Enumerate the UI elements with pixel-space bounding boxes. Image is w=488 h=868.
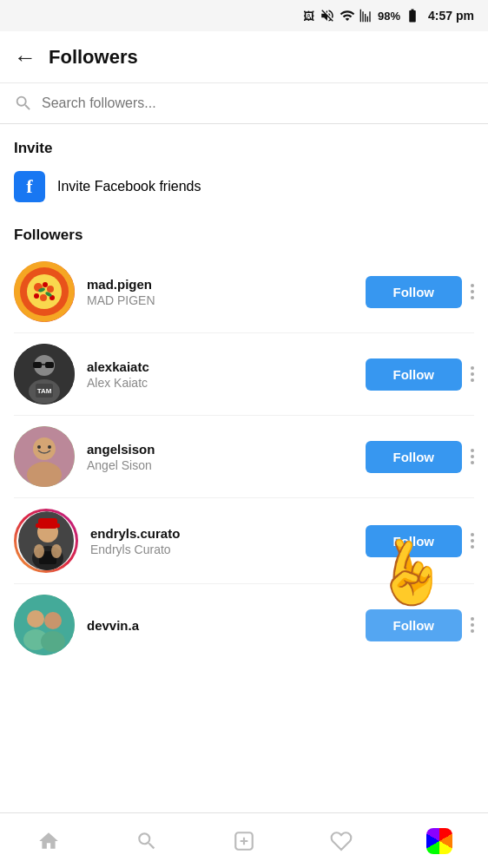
- follower-item: devvin.a Follow: [14, 584, 474, 666]
- page-title: Followers: [49, 46, 138, 69]
- svg-point-30: [34, 544, 44, 558]
- nav-add[interactable]: [218, 820, 270, 862]
- followers-section: Followers mad.pigen MAD PIGEN Follo: [0, 211, 488, 673]
- svg-point-2: [27, 274, 62, 309]
- follower-item: mad.pigen MAD PIGEN Follow: [14, 251, 474, 333]
- invite-facebook-button[interactable]: f Invite Facebook friends: [14, 171, 474, 202]
- follow-button[interactable]: Follow: [366, 358, 463, 391]
- svg-point-8: [43, 282, 48, 287]
- search-container: [0, 83, 488, 124]
- search-input[interactable]: [42, 95, 474, 111]
- add-icon: [233, 830, 255, 852]
- follow-button[interactable]: Follow: [366, 276, 463, 308]
- more-options-button[interactable]: [471, 617, 474, 633]
- username: mad.pigen: [87, 277, 366, 292]
- svg-point-20: [33, 437, 56, 460]
- svg-point-6: [34, 293, 39, 299]
- display-name: MAD PIGEN: [87, 293, 366, 307]
- invite-section: Invite f Invite Facebook friends: [0, 124, 488, 211]
- facebook-icon: f: [14, 171, 45, 202]
- nav-search[interactable]: [121, 820, 173, 862]
- nav-heart[interactable]: [315, 820, 367, 862]
- follow-button[interactable]: Follow: [366, 441, 463, 473]
- more-options-button[interactable]: [471, 366, 474, 382]
- username: angelsison: [87, 442, 366, 457]
- svg-point-34: [44, 612, 62, 629]
- svg-point-22: [37, 445, 41, 449]
- user-info: devvin.a: [87, 618, 366, 633]
- username: endryls.curato: [90, 526, 366, 541]
- avatar-story-ring: [14, 509, 78, 573]
- nav-home[interactable]: [23, 820, 75, 862]
- invite-facebook-text: Invite Facebook friends: [57, 179, 201, 194]
- home-icon: [37, 830, 60, 852]
- user-info: angelsison Angel Sison: [87, 442, 366, 472]
- display-name: Angel Sison: [87, 458, 366, 472]
- avatar: [14, 595, 75, 655]
- svg-point-33: [27, 610, 44, 628]
- svg-point-36: [41, 631, 65, 652]
- battery-icon: [405, 8, 420, 23]
- display-name: Alex Kaiatc: [87, 376, 366, 390]
- wifi-icon: [340, 8, 355, 23]
- follow-button[interactable]: Follow: [366, 609, 463, 641]
- more-options-button[interactable]: [471, 284, 474, 299]
- nav-profile[interactable]: [413, 820, 465, 862]
- avatar: TAM: [14, 344, 75, 404]
- svg-rect-15: [45, 362, 54, 368]
- user-info: mad.pigen MAD PIGEN: [87, 277, 366, 307]
- battery-text: 98%: [378, 10, 400, 23]
- username: alexkaiatc: [87, 359, 366, 374]
- avatar: [14, 426, 75, 487]
- signal-icon: [359, 8, 373, 23]
- svg-text:TAM: TAM: [37, 387, 52, 395]
- more-options-button[interactable]: [471, 449, 474, 464]
- search-nav-icon: [135, 830, 158, 852]
- back-button[interactable]: ←: [14, 46, 36, 69]
- user-info: alexkaiatc Alex Kaiatc: [87, 359, 366, 390]
- follower-item: TAM alexkaiatc Alex Kaiatc Follow: [14, 333, 474, 416]
- time-display: 4:57 pm: [428, 9, 474, 23]
- svg-point-23: [48, 445, 51, 449]
- bottom-nav: [0, 812, 488, 868]
- avatar: [14, 261, 75, 322]
- username: devvin.a: [87, 618, 366, 633]
- header: ← Followers: [0, 31, 488, 83]
- follow-button[interactable]: Follow: [366, 525, 463, 557]
- svg-point-21: [27, 462, 62, 487]
- svg-rect-28: [38, 518, 57, 529]
- heart-icon: [330, 830, 353, 852]
- avatar: [18, 511, 74, 570]
- svg-point-31: [51, 544, 62, 558]
- status-bar: 🖼 98% 4:57 pm: [0, 0, 488, 31]
- user-info: endryls.curato Endryls Curato: [90, 526, 366, 556]
- mute-icon: [320, 8, 335, 23]
- invite-label: Invite: [14, 140, 474, 157]
- status-image-icon: 🖼: [303, 10, 314, 23]
- search-icon: [14, 94, 33, 113]
- svg-rect-14: [33, 362, 42, 368]
- follower-item: endryls.curato Endryls Curato Follow 🤞: [14, 498, 474, 584]
- profile-icon: [426, 828, 452, 854]
- display-name: Endryls Curato: [90, 542, 366, 556]
- followers-label: Followers: [14, 227, 474, 244]
- more-options-button[interactable]: [471, 533, 474, 549]
- svg-point-5: [40, 294, 47, 301]
- follower-item: angelsison Angel Sison Follow: [14, 416, 474, 498]
- svg-point-4: [47, 286, 54, 293]
